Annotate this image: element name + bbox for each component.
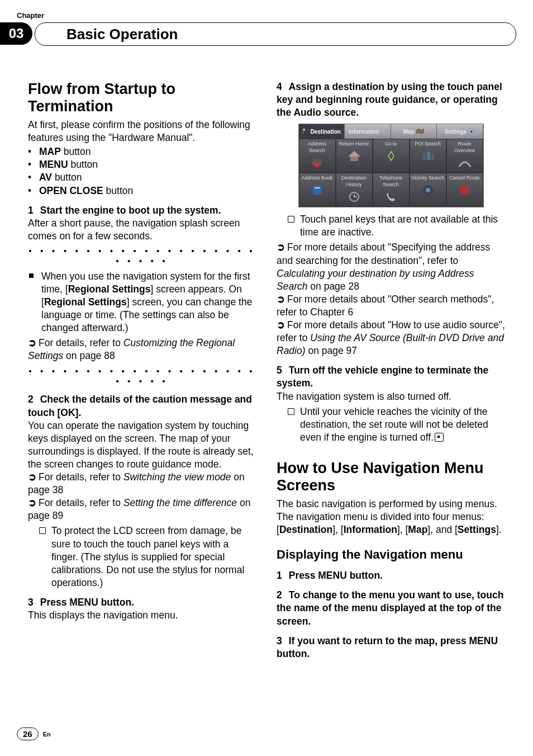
chapter-title: Basic Operation: [66, 26, 178, 43]
screenshot-cell: Destination History: [336, 173, 373, 207]
svg-rect-13: [313, 186, 322, 195]
svg-rect-14: [315, 187, 320, 188]
step-3-heading: 3Press MENU button.: [28, 596, 256, 609]
poi-icon: [421, 150, 435, 162]
language-code: En: [43, 731, 51, 738]
svg-rect-1: [303, 129, 303, 134]
step-5-body: The navigation system is also turned off…: [277, 390, 505, 403]
cross-ref: For details, refer to Customizing the Re…: [28, 337, 256, 362]
navigation-menu-screenshot: Destination Information Map Settings: [298, 124, 484, 207]
screenshot-tab-information: Information: [345, 124, 391, 139]
screenshot-cell: Route Overview: [446, 139, 483, 173]
svg-rect-2: [383, 129, 385, 134]
telephone-icon: [384, 191, 398, 203]
screenshot-cell: POI Search: [410, 139, 446, 173]
list-item: Touch panel keys that are not available …: [300, 213, 505, 239]
screenshot-grid: Address Search Return Home Go to POI Sea…: [299, 139, 483, 207]
map-icon: [416, 129, 424, 134]
svg-marker-6: [311, 163, 322, 168]
svg-marker-3: [416, 129, 424, 134]
screenshot-tab-destination: Destination: [299, 124, 345, 139]
cancel-route-icon: [458, 184, 472, 196]
screenshot-cell: Return Home: [336, 139, 373, 173]
screenshot-cell: Vicinity Search: [410, 173, 446, 207]
right-column: 4Assign a destination by using the touch…: [277, 81, 505, 660]
screenshot-cell: Address Search: [299, 139, 336, 173]
screenshot-cell: Address Book: [299, 173, 336, 207]
screenshot-tabs: Destination Information Map Settings: [299, 124, 483, 139]
chapter-header: Basic Operation 03: [28, 22, 505, 47]
svg-point-5: [470, 131, 472, 133]
page-number-badge: 26: [17, 727, 39, 740]
note-list: When you use the navigation system for t…: [28, 270, 256, 334]
substep-2: 2To change to the menu you want to use, …: [277, 589, 505, 627]
vicinity-icon: [421, 184, 435, 196]
svg-rect-12: [431, 154, 434, 160]
flag-icon: [302, 128, 309, 135]
list-item: To protect the LCD screen from damage, b…: [51, 525, 256, 589]
goto-icon: [384, 150, 398, 162]
list-item: OPEN CLOSE button: [28, 185, 256, 197]
svg-rect-11: [427, 152, 430, 160]
list-item: Until your vehicle reaches the vicinity …: [300, 405, 505, 444]
svg-rect-9: [350, 157, 358, 161]
subsection-heading: Displaying the Navigation menu: [277, 546, 505, 563]
cross-ref: For more details about "How to use audio…: [277, 319, 505, 357]
svg-marker-18: [460, 185, 470, 195]
step-1-heading: 1Start the engine to boot up the system.: [28, 204, 256, 217]
svg-marker-8: [348, 151, 360, 157]
section-heading-flow: Flow from Startup to Termination: [28, 81, 256, 115]
chapter-label: Chapter: [17, 11, 44, 20]
address-search-icon: [310, 157, 325, 169]
history-icon: [347, 191, 361, 203]
route-overview-icon: [458, 157, 472, 169]
chapter-number-badge: 03: [0, 22, 32, 45]
list-item: AV button: [28, 171, 256, 184]
cross-ref: For details, refer to Switching the view…: [28, 471, 256, 497]
svg-point-17: [426, 188, 430, 192]
list-item: When you use the navigation system for t…: [41, 270, 256, 334]
cross-ref: For details, refer to Setting the time d…: [28, 497, 256, 522]
body-text: The basic navigation is performed by usi…: [277, 498, 505, 511]
svg-rect-10: [422, 153, 426, 160]
step-1-body: After a short pause, the navigation spla…: [28, 217, 256, 243]
gear-icon: [468, 128, 475, 135]
cross-ref: For more details about "Specifying the a…: [277, 241, 505, 292]
screenshot-tab-settings: Settings: [437, 124, 483, 139]
step-2-heading: 2Check the details of the caution messag…: [28, 393, 256, 419]
section-end-icon: [435, 433, 444, 442]
home-icon: [347, 150, 361, 162]
step-2-body: You can operate the navigation system by…: [28, 419, 256, 471]
divider-dots: • • • • • • • • • • • • • • • • • • • • …: [28, 366, 256, 387]
address-book-icon: [310, 184, 325, 196]
step-3-body: This displays the navigation menu.: [28, 609, 256, 622]
screenshot-cell: Go to: [373, 139, 410, 173]
step-5-heading: 5Turn off the vehicle engine to terminat…: [277, 364, 505, 390]
tip-list: Until your vehicle reaches the vicinity …: [277, 405, 505, 444]
svg-rect-7: [312, 159, 322, 163]
substep-3: 3If you want to return to the map, press…: [277, 635, 505, 660]
tip-list: Touch panel keys that are not available …: [277, 213, 505, 239]
screenshot-cell: Telephone Search: [373, 173, 410, 207]
info-icon: [381, 128, 387, 135]
divider-dots: • • • • • • • • • • • • • • • • • • • • …: [28, 246, 256, 267]
list-item: MAP button: [28, 145, 256, 158]
list-item: MENU button: [28, 158, 256, 171]
header-pill: Basic Operation: [35, 22, 516, 46]
left-column: Flow from Startup to Termination At firs…: [28, 81, 256, 660]
cross-ref: For more details about "Other search met…: [277, 293, 505, 319]
hardware-buttons-list: MAP button MENU button AV button OPEN CL…: [28, 145, 256, 197]
body-text: The navigation menu is divided into four…: [277, 511, 505, 536]
step-4-heading: 4Assign a destination by using the touch…: [277, 81, 505, 119]
screenshot-cell: Cancel Route: [446, 173, 483, 207]
substep-1: 1Press MENU button.: [277, 569, 505, 582]
intro-text: At first, please confirm the positions o…: [28, 119, 256, 144]
screenshot-tab-map: Map: [391, 124, 437, 139]
tip-list: To protect the LCD screen from damage, b…: [28, 525, 256, 589]
section-heading-how-to-use: How to Use Navigation Menu Screens: [277, 460, 505, 494]
page-footer: 26 En: [17, 727, 51, 740]
